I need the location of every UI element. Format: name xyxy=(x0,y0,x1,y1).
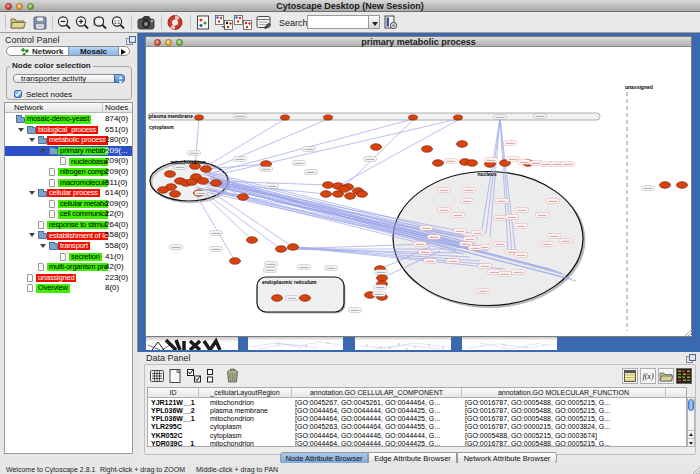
svg-text:mitochondrion: mitochondrion xyxy=(171,159,206,165)
svg-text:1:1: 1:1 xyxy=(114,20,121,25)
svg-text:endoplasmic reticulum: endoplasmic reticulum xyxy=(262,279,317,285)
svg-text:f(x): f(x) xyxy=(642,372,653,381)
svg-text:nucleus: nucleus xyxy=(478,171,497,177)
svg-text:plasma membrane: plasma membrane xyxy=(149,113,193,119)
svg-text:cytoplasm: cytoplasm xyxy=(149,124,174,130)
svg-text:unassigned: unassigned xyxy=(625,84,653,90)
